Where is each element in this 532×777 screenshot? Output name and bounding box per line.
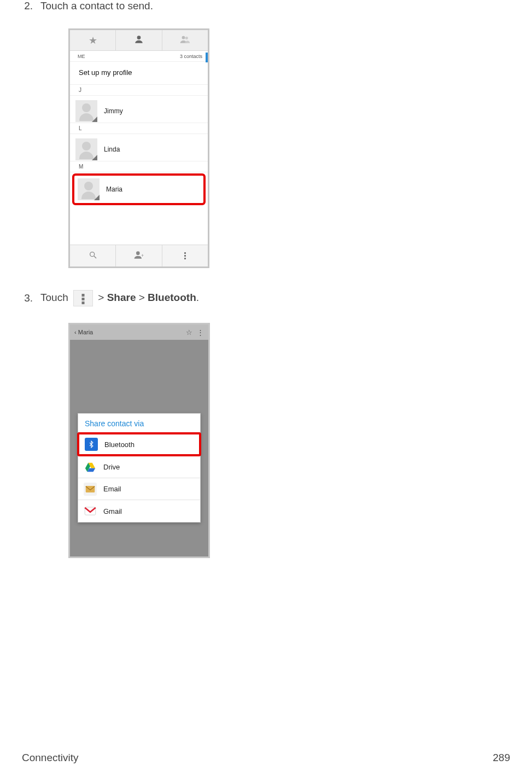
- option-label: Email: [103, 485, 121, 493]
- avatar-icon: [78, 178, 100, 200]
- add-contact-button[interactable]: +: [116, 245, 162, 266]
- step-2-number: 2.: [22, 0, 40, 12]
- contact-detail-header: ‹ Maria ☆ ⋮: [70, 324, 208, 340]
- contact-name: Maria: [106, 185, 122, 193]
- avatar-icon: [75, 138, 97, 160]
- section-L: L: [70, 123, 208, 134]
- step-3-number: 3.: [22, 292, 40, 304]
- setup-profile-row[interactable]: Set up my profile: [70, 62, 208, 85]
- contact-maria-highlight[interactable]: Maria: [72, 173, 206, 205]
- svg-rect-10: [86, 486, 95, 492]
- share-dialog: Share contact via Bluetooth Drive: [78, 413, 201, 523]
- svg-point-0: [137, 36, 141, 39]
- screenshot-contacts: ★ ME 3 contacts Set up my profile: [68, 28, 209, 268]
- option-label: Drive: [103, 463, 120, 471]
- me-label: ME: [78, 54, 85, 59]
- section-J: J: [70, 85, 208, 96]
- footer-page-number: 289: [493, 752, 510, 764]
- drive-icon: [84, 461, 97, 474]
- footer-section: Connectivity: [22, 752, 79, 764]
- tab-groups[interactable]: [162, 30, 208, 50]
- dialog-title: Share contact via: [78, 414, 200, 433]
- svg-point-3: [90, 252, 94, 256]
- overflow-icon: [184, 251, 186, 260]
- svg-point-5: [136, 251, 140, 255]
- option-label: Bluetooth: [104, 440, 135, 449]
- bluetooth-icon: [85, 438, 98, 451]
- share-label: Share: [107, 292, 136, 303]
- share-option-bluetooth[interactable]: Bluetooth: [77, 432, 201, 456]
- contact-name: Linda: [104, 146, 120, 153]
- contacts-tabbar: ★: [70, 30, 208, 51]
- overflow-icon[interactable]: ⋮: [197, 328, 204, 337]
- step-3: 3. Touch > Share > Bluetooth.: [22, 290, 510, 306]
- svg-point-2: [185, 37, 188, 39]
- star-outline-icon[interactable]: ☆: [186, 328, 192, 337]
- avatar-icon: [75, 100, 97, 122]
- share-option-gmail[interactable]: Gmail: [78, 500, 200, 522]
- overflow-menu-icon: [73, 290, 93, 306]
- contact-jimmy[interactable]: Jimmy: [70, 96, 208, 123]
- page-footer: Connectivity 289: [0, 752, 532, 764]
- share-option-email[interactable]: Email: [78, 478, 200, 500]
- svg-text:+: +: [141, 253, 144, 258]
- screenshot-share-dialog: ‹ Maria ☆ ⋮ Share contact via Bluetooth: [68, 323, 210, 558]
- contacts-count: 3 contacts: [180, 54, 202, 59]
- contact-linda[interactable]: Linda: [70, 134, 208, 161]
- person-icon: [133, 34, 144, 47]
- step-2: 2. Touch a contact to send.: [22, 0, 510, 12]
- section-me: ME 3 contacts: [70, 51, 208, 62]
- add-person-icon: +: [133, 250, 144, 263]
- contact-name: Jimmy: [104, 107, 123, 115]
- overflow-button[interactable]: [162, 245, 208, 266]
- back-label[interactable]: ‹ Maria: [74, 329, 93, 335]
- option-label: Gmail: [103, 507, 122, 515]
- step-2-text: Touch a contact to send.: [40, 0, 510, 12]
- email-icon: [84, 483, 97, 496]
- group-icon: [179, 34, 190, 47]
- gmail-icon: [84, 505, 97, 518]
- scroll-indicator: [206, 53, 208, 62]
- search-icon: [89, 251, 97, 262]
- svg-point-1: [182, 36, 185, 39]
- step-3-text: Touch > Share > Bluetooth.: [40, 290, 510, 306]
- bluetooth-label: Bluetooth: [148, 292, 196, 303]
- contacts-bottombar: +: [70, 245, 208, 266]
- section-M: M: [70, 161, 208, 172]
- tab-favorites[interactable]: ★: [70, 30, 116, 50]
- svg-line-4: [94, 256, 96, 258]
- search-button[interactable]: [70, 245, 116, 266]
- share-option-drive[interactable]: Drive: [78, 456, 200, 478]
- star-icon: ★: [89, 34, 97, 47]
- tab-contacts[interactable]: [116, 30, 162, 50]
